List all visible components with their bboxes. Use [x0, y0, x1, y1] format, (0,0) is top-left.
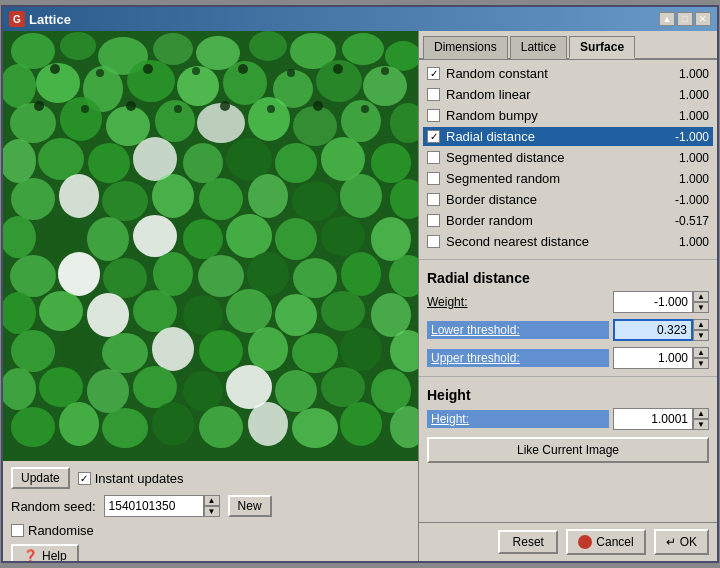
svg-point-41: [199, 178, 243, 220]
random-linear-value: 1.000: [679, 88, 709, 102]
svg-point-68: [183, 295, 223, 335]
svg-point-77: [199, 330, 243, 372]
svg-point-43: [292, 181, 338, 221]
update-button[interactable]: Update: [11, 467, 70, 489]
second-nearest-checkbox[interactable]: [427, 235, 440, 248]
weight-up-button[interactable]: ▲: [693, 291, 709, 302]
svg-point-74: [59, 327, 99, 371]
lower-up-button[interactable]: ▲: [693, 319, 709, 330]
preview-panel: Update Instant updates Random seed: ▲ ▼: [3, 31, 418, 561]
svg-point-83: [39, 367, 83, 407]
minimize-button[interactable]: ▲: [659, 12, 675, 26]
svg-point-98: [340, 402, 382, 446]
svg-point-107: [381, 67, 389, 75]
app-icon: G: [9, 11, 25, 27]
lower-threshold-input[interactable]: [613, 319, 693, 341]
height-input[interactable]: [613, 408, 693, 430]
border-random-checkbox[interactable]: [427, 214, 440, 227]
segmented-distance-checkbox[interactable]: [427, 151, 440, 164]
list-item[interactable]: Border random -0.517: [423, 211, 713, 230]
radial-section-title: Radial distance: [419, 264, 717, 288]
randomise-label[interactable]: Randomise: [11, 523, 94, 538]
seed-down-button[interactable]: ▼: [204, 506, 220, 517]
instant-updates-checkbox[interactable]: [78, 472, 91, 485]
border-random-label: Border random: [446, 213, 533, 228]
title-bar-left: G Lattice: [9, 11, 71, 27]
list-item[interactable]: Segmented random 1.000: [423, 169, 713, 188]
svg-point-54: [371, 217, 411, 261]
instant-updates-label[interactable]: Instant updates: [78, 471, 184, 486]
height-up-button[interactable]: ▲: [693, 408, 709, 419]
svg-point-80: [340, 327, 382, 371]
svg-point-85: [133, 366, 177, 408]
upper-threshold-row: Upper threshold: ▲ ▼: [419, 344, 717, 372]
lower-threshold-label: Lower threshold:: [427, 321, 609, 339]
svg-point-48: [87, 217, 129, 261]
maximize-button[interactable]: □: [677, 12, 693, 26]
cancel-label: Cancel: [596, 535, 633, 549]
svg-point-56: [58, 252, 100, 296]
list-item[interactable]: Border distance -1.000: [423, 190, 713, 209]
svg-point-1: [11, 33, 55, 69]
list-item[interactable]: Second nearest distance 1.000: [423, 232, 713, 251]
border-distance-checkbox[interactable]: [427, 193, 440, 206]
tab-lattice[interactable]: Lattice: [510, 36, 567, 59]
title-controls: ▲ □ ✕: [659, 12, 711, 26]
weight-down-button[interactable]: ▼: [693, 302, 709, 313]
tab-surface[interactable]: Surface: [569, 36, 635, 59]
svg-point-30: [88, 143, 130, 183]
segmented-random-label: Segmented random: [446, 171, 560, 186]
svg-point-88: [275, 370, 317, 412]
random-constant-checkbox[interactable]: [427, 67, 440, 80]
segmented-random-checkbox[interactable]: [427, 172, 440, 185]
randomise-checkbox[interactable]: [11, 524, 24, 537]
random-seed-input[interactable]: [104, 495, 204, 517]
svg-point-102: [143, 64, 153, 74]
svg-point-110: [126, 101, 136, 111]
second-nearest-value: 1.000: [679, 235, 709, 249]
cancel-icon: [578, 535, 592, 549]
seed-up-button[interactable]: ▲: [204, 495, 220, 506]
svg-point-39: [102, 181, 148, 221]
like-current-image-button[interactable]: Like Current Image: [427, 437, 709, 463]
upper-threshold-input[interactable]: [613, 347, 693, 369]
reset-button[interactable]: Reset: [498, 530, 558, 554]
radial-distance-label: Radial distance: [446, 129, 535, 144]
ok-button[interactable]: ↵ OK: [654, 529, 709, 555]
lower-down-button[interactable]: ▼: [693, 330, 709, 341]
radial-distance-checkbox[interactable]: [427, 130, 440, 143]
svg-point-51: [226, 214, 272, 258]
weight-input[interactable]: [613, 291, 693, 313]
svg-point-97: [292, 408, 338, 448]
random-linear-checkbox[interactable]: [427, 88, 440, 101]
list-item[interactable]: Random constant 1.000: [423, 64, 713, 83]
upper-threshold-label: Upper threshold:: [427, 349, 609, 367]
list-item[interactable]: Random linear 1.000: [423, 85, 713, 104]
list-item[interactable]: Radial distance -1.000: [423, 127, 713, 146]
height-down-button[interactable]: ▼: [693, 419, 709, 430]
svg-point-103: [192, 67, 200, 75]
svg-point-75: [102, 333, 148, 373]
border-random-value: -0.517: [675, 214, 709, 228]
segmented-distance-label: Segmented distance: [446, 150, 565, 165]
svg-point-112: [220, 101, 230, 111]
help-button[interactable]: ❓ Help: [11, 544, 79, 561]
new-button[interactable]: New: [228, 495, 272, 517]
height-row: Height: ▲ ▼: [419, 405, 717, 433]
upper-up-button[interactable]: ▲: [693, 347, 709, 358]
cancel-button[interactable]: Cancel: [566, 529, 645, 555]
randomise-text: Randomise: [28, 523, 94, 538]
svg-point-4: [153, 33, 193, 65]
list-item[interactable]: Segmented distance 1.000: [423, 148, 713, 167]
random-bumpy-value: 1.000: [679, 109, 709, 123]
tab-dimensions[interactable]: Dimensions: [423, 36, 508, 59]
random-bumpy-checkbox[interactable]: [427, 109, 440, 122]
window-title: Lattice: [29, 12, 71, 27]
upper-down-button[interactable]: ▼: [693, 358, 709, 369]
segmented-random-value: 1.000: [679, 172, 709, 186]
close-button[interactable]: ✕: [695, 12, 711, 26]
list-item[interactable]: Random bumpy 1.000: [423, 106, 713, 125]
ok-icon: ↵: [666, 535, 676, 549]
svg-point-52: [275, 218, 317, 260]
svg-point-21: [106, 106, 150, 146]
